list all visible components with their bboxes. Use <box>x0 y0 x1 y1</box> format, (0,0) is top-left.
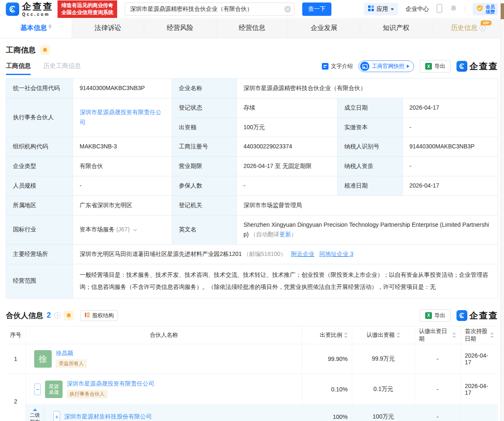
partner-tag: 受益所有人 <box>56 359 87 368</box>
info-label: 核准日期 <box>338 176 403 195</box>
tab-history-info[interactable]: VIP 历史信息 i <box>432 18 504 38</box>
address-zip: （邮编518100） <box>243 251 286 257</box>
business-scope-value: 一般经营项目是：技术服务、技术开发、技术咨询、技术交流、技术转让、技术推广；创业… <box>73 264 498 298</box>
export-button[interactable]: X 导出 <box>420 309 451 322</box>
second-level-shareholder-row: 二级 股东 + 深圳市星源材质科技股份有限公司 100% 100万元 - <box>26 405 498 421</box>
scrollbar-thumb[interactable] <box>501 3 504 19</box>
member-renew-button[interactable]: 会员 续费 <box>473 3 498 15</box>
equity-structure-icon <box>85 312 90 319</box>
info-value: 91440300MAKBC3NB3P <box>73 79 172 98</box>
qcc-logo-icon <box>6 3 19 16</box>
slogan-line1: 缔造有远见的商业传奇 <box>61 2 113 9</box>
tab-legal[interactable]: 法律诉讼 <box>72 18 144 38</box>
partner-name-link[interactable]: 深圳市星源鼎晟投资有限责任公司 <box>67 380 154 388</box>
second-level-label: 二级 股东 <box>26 405 44 421</box>
equity-structure-button[interactable]: 股权结构 <box>80 310 118 321</box>
amount-value: 0.1万元 <box>352 374 415 404</box>
info-value: 深圳市市场监督管理局 <box>237 195 498 215</box>
scrollbar-track[interactable] <box>500 0 504 421</box>
snapshot-icon <box>360 62 369 71</box>
shareholder-name-link[interactable]: 深圳市星源材质科技股份有限公司 <box>64 413 152 421</box>
info-label: 主要经营场所 <box>6 245 73 264</box>
info-label: 营业期限 <box>172 157 237 176</box>
tab-operation-risk[interactable]: 经营风险 <box>144 18 216 38</box>
address-value: 深圳市光明区马田街道薯田埔社区星源先进材料产业园2栋1201 <box>80 251 242 257</box>
tab-operation-info[interactable]: 经营信息 <box>216 18 288 38</box>
date-value: - <box>415 344 461 374</box>
col-header-date[interactable]: 认缴出资日期 <box>415 326 461 344</box>
subtab-history-business-info[interactable]: 历史工商信息 <box>43 62 81 75</box>
member-shield-icon <box>476 5 484 14</box>
divider <box>465 6 465 13</box>
bell-icon[interactable] <box>450 4 457 14</box>
qcc-logo-icon <box>456 310 467 321</box>
subscribe-bell-icon[interactable] <box>40 45 50 55</box>
play-icon <box>407 65 409 68</box>
info-label: 成立日期 <box>338 98 403 118</box>
info-value: 广东省深圳市光明区 <box>73 195 172 215</box>
vip-badge: VIP <box>481 20 492 25</box>
apps-menu[interactable]: 应用 <box>364 3 398 15</box>
sort-icon <box>490 332 494 338</box>
qcc-logo-icon <box>456 61 467 72</box>
info-value: 深圳市光明区马田街道薯田埔社区星源先进材料产业园2栋1201 （邮编518100… <box>73 245 498 264</box>
col-header-amount[interactable]: 认缴出资额 <box>352 326 415 344</box>
info-icon: i <box>54 312 60 318</box>
official-snapshot-button[interactable]: 工商官网快照 <box>359 60 414 72</box>
info-value: - <box>403 157 498 176</box>
translate-update-link[interactable]: 更新 <box>279 231 291 238</box>
tab-count: 9 <box>49 24 52 30</box>
col-header-first-date[interactable]: 首次持股日期 <box>461 326 498 344</box>
triangle-up-icon[interactable] <box>33 408 37 411</box>
clear-icon[interactable]: ✕ <box>284 6 291 13</box>
qcc-watermark: 企查查 <box>456 310 498 321</box>
table-row: 1 徐 徐晶颖 受益所有人 99.90% 99.9万元 - 2026-04-17 <box>6 344 498 374</box>
first-date-value: 2026-04-17 <box>461 374 498 404</box>
subtab-business-info[interactable]: 工商信息 <box>6 62 31 75</box>
partners-table: 序号 合伙人名称 出资比例 认缴出资额 认缴出资日期 首次持股日期 1 <box>6 326 498 421</box>
apps-grid-icon <box>368 5 374 13</box>
export-button[interactable]: X 导出 <box>420 60 451 73</box>
search-input[interactable] <box>125 3 295 16</box>
tab-label: 企业发展 <box>311 24 337 33</box>
info-value: 91440300MAKBC3NB3P <box>403 137 498 157</box>
first-date-value <box>461 405 498 421</box>
collapse-icon[interactable]: − <box>34 383 41 395</box>
tab-development[interactable]: 企业发展 <box>288 18 360 38</box>
info-label: 统一社会信用代码 <box>6 79 73 98</box>
exec-partner-link[interactable]: 深圳市星源鼎晟投资有限责任公司 <box>80 109 161 125</box>
partners-table-header: 序号 合伙人名称 出资比例 认缴出资额 认缴出资日期 首次持股日期 <box>6 326 498 344</box>
partner-name-link[interactable]: 徐晶颖 <box>56 350 73 357</box>
business-info-table: 统一社会信用代码 91440300MAKBC3NB3P 企业名称 深圳市星源鼎源… <box>6 78 498 298</box>
info-value: MAKBC3NB-3 <box>73 137 172 157</box>
sort-icon <box>452 332 456 338</box>
search-button[interactable]: 查一下 <box>302 3 331 16</box>
col-header-label: 认缴出资额 <box>366 331 395 339</box>
info-value: 2026-04-17 <box>403 176 498 195</box>
same-address-companies-link[interactable]: 同地址企业 3 <box>319 251 354 257</box>
snapshot-label: 工商官网快照 <box>372 63 404 70</box>
ratio-value: 0.10% <box>302 374 352 404</box>
enterprise-center-link[interactable]: 企业中心 <box>406 5 429 13</box>
caret-down-icon <box>391 8 394 10</box>
col-header-label: 认缴出资日期 <box>419 328 451 343</box>
tab-basic-info[interactable]: 基本信息 9 <box>0 18 72 38</box>
text-intro-button[interactable]: 文字介绍 <box>322 63 353 70</box>
tab-label: 知识产权 <box>383 24 409 33</box>
tab-label: 经营风险 <box>167 24 193 33</box>
info-label: 出资额 <box>172 118 237 137</box>
info-value: 深圳市星源鼎源精密科技合伙企业（有限合伙） <box>237 79 498 98</box>
tab-intellectual-property[interactable]: 知识产权 <box>360 18 432 38</box>
chevron-down-icon[interactable] <box>133 228 136 231</box>
subscribe-bell-icon[interactable] <box>64 311 74 321</box>
expand-icon[interactable]: + <box>53 411 60 421</box>
first-date-value: 2026-04-17 <box>461 344 498 374</box>
phone-icon[interactable] <box>436 4 442 15</box>
avatar: 星源 鼎晟 <box>45 381 63 398</box>
col-header-ratio[interactable]: 出资比例 <box>302 326 352 344</box>
nearby-companies-link[interactable]: 附近企业 <box>291 251 314 257</box>
col-header-label: 首次持股日期 <box>465 328 489 343</box>
info-label: 纳税人识别号 <box>338 137 403 157</box>
qcc-logo[interactable]: 企查查 Qcc.com <box>6 2 53 17</box>
info-label: 工商注册号 <box>172 137 237 157</box>
